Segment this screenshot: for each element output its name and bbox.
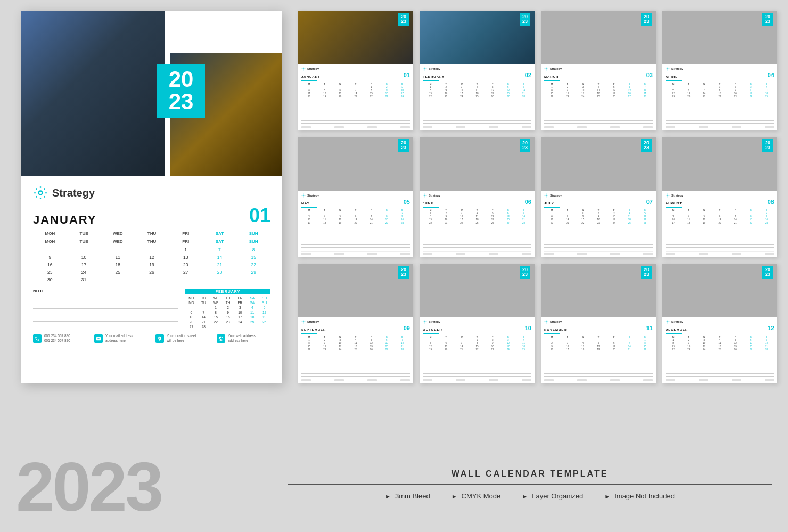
main-logo: Strategy bbox=[21, 176, 282, 204]
sc-body: Strategy MARCH 03 M T W T F S S bbox=[541, 64, 656, 130]
sc-logo-icon bbox=[423, 193, 427, 198]
sc-note-lines bbox=[666, 242, 774, 250]
sc-cal-row: 22232425262728 bbox=[301, 348, 410, 351]
sc-month-row: APRIL 04 bbox=[666, 72, 774, 78]
sc-month-row: DECEMBER 12 bbox=[666, 325, 774, 331]
bottom-info-section: WALL CALENDAR TEMPLATE ► 3mm Bleed ► CMY… bbox=[288, 469, 772, 500]
svg-point-1 bbox=[303, 68, 304, 69]
sc-month-num: 02 bbox=[525, 72, 531, 78]
sc-highlight-bar bbox=[301, 207, 317, 208]
sc-cal-row: 16171819202122 bbox=[544, 348, 653, 351]
sc-body: Strategy APRIL 04 M T W T F S S bbox=[662, 64, 777, 130]
day-fri2: FRI bbox=[169, 238, 203, 245]
sc-image-bg bbox=[541, 264, 656, 317]
svg-point-4 bbox=[667, 68, 668, 69]
svg-point-6 bbox=[424, 195, 425, 196]
sc-month-num: 12 bbox=[768, 325, 774, 331]
main-calendar-preview: 20 23 Strategy JANUARY 01 MON TUE WED TH… bbox=[21, 11, 282, 383]
day-sat2: SAT bbox=[203, 238, 237, 245]
sc-body: Strategy OCTOBER 10 M T W T F S S bbox=[420, 317, 535, 383]
sc-image-area: 2023 bbox=[662, 137, 777, 191]
cal-row-5: 30 31 - - - - - bbox=[33, 276, 270, 283]
main-year-badge: 20 23 bbox=[157, 64, 205, 118]
sc-note-lines bbox=[301, 116, 410, 124]
arrow-icon: ► bbox=[452, 493, 457, 500]
sc-brand: Strategy bbox=[429, 320, 440, 323]
phone-svg bbox=[35, 336, 40, 341]
location-icon bbox=[155, 334, 164, 343]
sc-image-area: 2023 bbox=[541, 11, 656, 64]
sc-image-bg bbox=[541, 11, 656, 64]
sc-year-badge: 2023 bbox=[762, 13, 773, 26]
sc-note-lines bbox=[544, 116, 653, 124]
sc-brand: Strategy bbox=[671, 194, 683, 197]
sc-logo-icon bbox=[666, 193, 670, 198]
small-card-february: 2023 Strategy FEBRUARY 02 M bbox=[420, 11, 535, 130]
sc-year-badge: 2023 bbox=[398, 266, 409, 279]
arrow-icon: ► bbox=[604, 493, 610, 500]
sc-body: Strategy JUNE 06 M T W T F S S bbox=[420, 191, 535, 257]
sc-image-area: 2023 bbox=[420, 11, 535, 64]
sc-year-badge: 2023 bbox=[762, 139, 773, 152]
sc-year-badge: 2023 bbox=[520, 266, 530, 279]
note-lines bbox=[33, 296, 178, 328]
sc-cal-row: 22232425262728 bbox=[423, 222, 531, 225]
sc-month-num: 05 bbox=[404, 199, 410, 205]
sc-cal: M T W T F S S 12345678910111213141516171… bbox=[423, 209, 531, 241]
phone-icon bbox=[33, 334, 42, 343]
mini-cal-row3: 27 28 bbox=[185, 324, 270, 329]
sc-brand: Strategy bbox=[429, 194, 440, 197]
sc-logo-icon bbox=[544, 193, 548, 198]
small-card-december: 2023 Strategy DECEMBER 12 M bbox=[662, 264, 777, 383]
footer-location: Your location streetwill be here bbox=[155, 333, 209, 343]
sc-logo: Strategy bbox=[666, 193, 774, 198]
small-card-march: 2023 Strategy MARCH 03 M bbox=[541, 11, 656, 130]
sc-body: Strategy JULY 07 M T W T F S S bbox=[541, 191, 656, 257]
sc-logo-icon bbox=[666, 67, 670, 71]
note-label: NOTE bbox=[33, 289, 178, 293]
sc-cal: M T W T F S S 12345678910111213141516171… bbox=[544, 82, 653, 114]
day-tue2: TUE bbox=[67, 238, 101, 245]
sc-image-bg bbox=[298, 11, 413, 64]
cal-row-2: 9 10 11 12 13 14 15 bbox=[33, 253, 270, 261]
sc-month-name: APRIL bbox=[666, 75, 678, 78]
sc-logo: Strategy bbox=[301, 320, 410, 324]
sc-month-name: NOVEMBER bbox=[544, 328, 567, 331]
sc-cal-row: 22232425262728 bbox=[666, 348, 774, 351]
sc-footer bbox=[544, 378, 653, 381]
bottom-year-text: 2023 bbox=[16, 452, 161, 521]
email-icon bbox=[94, 334, 103, 343]
svg-point-0 bbox=[39, 191, 43, 195]
sc-month-name: DECEMBER bbox=[666, 328, 688, 331]
day-sun2: SUN bbox=[236, 238, 270, 245]
mini-cal-row1: 1 2 3 4 5 6 7 8 9 10 11 12 bbox=[185, 305, 270, 315]
sc-year-badge: 2023 bbox=[398, 13, 409, 26]
sc-brand: Strategy bbox=[307, 320, 319, 323]
cal-row-1: - - - - 1 7 8 bbox=[33, 246, 270, 253]
footer-email: Your mail addressaddress here bbox=[94, 333, 148, 343]
day-wed: WED bbox=[101, 230, 135, 237]
sc-cal-row: 22232425262728 bbox=[544, 95, 653, 98]
sc-month-row: SEPTEMBER 09 bbox=[301, 325, 410, 331]
brand-name: Strategy bbox=[52, 187, 95, 199]
sc-logo: Strategy bbox=[423, 320, 531, 324]
sc-month-num: 07 bbox=[646, 199, 653, 205]
sc-logo-icon bbox=[423, 320, 427, 324]
sc-footer bbox=[666, 251, 774, 255]
mini-cal-row2: 13 14 15 16 17 18 19 20 21 22 23 24 25 2… bbox=[185, 315, 270, 324]
sc-footer bbox=[423, 125, 531, 128]
sc-image-bg bbox=[298, 137, 413, 191]
sc-month-row: MARCH 03 bbox=[544, 72, 653, 78]
location-svg bbox=[157, 336, 162, 341]
svg-point-5 bbox=[303, 195, 304, 196]
sc-month-row: OCTOBER 10 bbox=[423, 325, 531, 331]
cal-header-2: MON TUE WED THU FRI SAT SUN bbox=[33, 238, 270, 245]
sc-month-name: MARCH bbox=[544, 75, 559, 78]
sc-highlight-bar bbox=[301, 333, 317, 334]
day-thu2: THU bbox=[135, 238, 169, 245]
svg-point-2 bbox=[424, 68, 425, 69]
sc-footer bbox=[666, 378, 774, 381]
sc-brand: Strategy bbox=[550, 67, 562, 70]
small-card-november: 2023 Strategy NOVEMBER 11 M bbox=[541, 264, 656, 383]
svg-point-3 bbox=[546, 68, 547, 69]
